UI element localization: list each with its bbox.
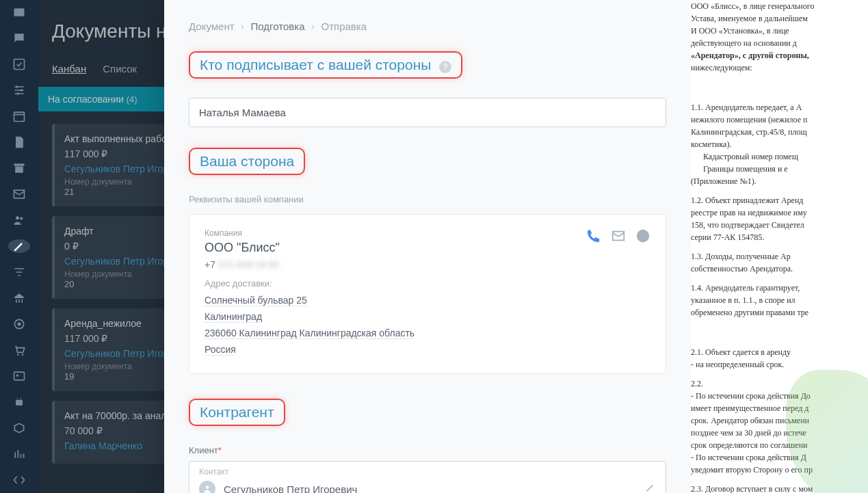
svg-rect-0: [14, 8, 25, 16]
breadcrumb: Документ › Подготовка › Отправка: [189, 21, 666, 32]
building-icon[interactable]: [635, 228, 650, 243]
chevron-right-icon: ›: [312, 22, 315, 31]
contact-sublabel: Контакт: [192, 464, 663, 477]
svg-point-16: [16, 375, 18, 377]
nav-icon-chart[interactable]: [11, 447, 27, 461]
section-counterparty-heading: Контрагент: [189, 399, 285, 426]
svg-point-2: [16, 85, 18, 88]
svg-point-9: [16, 216, 19, 219]
address-line[interactable]: 236060 Калининград Калининградская облас…: [205, 328, 415, 339]
svg-point-10: [20, 217, 23, 219]
client-field-label: Клиент*: [189, 445, 666, 455]
phone-icon[interactable]: [586, 228, 601, 243]
your-company-sublabel: Реквизиты вашей компании: [189, 194, 666, 204]
nav-icon-android[interactable]: [11, 395, 27, 409]
nav-icon-check[interactable]: [11, 57, 27, 71]
nav-icon-users[interactable]: [11, 213, 27, 227]
svg-point-14: [22, 354, 24, 356]
chevron-right-icon: ›: [241, 22, 244, 31]
help-icon[interactable]: ?: [439, 61, 451, 73]
document-preview: ООО «Блисс», в лице генеральногоУстава, …: [691, 0, 868, 493]
tab-list[interactable]: Список: [103, 63, 137, 75]
breadcrumb-step-document[interactable]: Документ: [189, 21, 235, 32]
nav-icon-mail[interactable]: [11, 187, 27, 201]
avatar-icon: [199, 481, 215, 493]
nav-icon-chat[interactable]: [11, 31, 27, 45]
section-your-side-heading: Ваша сторона: [189, 148, 305, 175]
section-signer-heading: Кто подписывает с вашей стороны ?: [189, 51, 462, 79]
svg-rect-1: [14, 59, 25, 70]
nav-icon-calendar[interactable]: [11, 109, 27, 123]
svg-rect-5: [14, 112, 25, 121]
company-name: ООО "Блисс": [205, 241, 650, 255]
company-phone: +7 915 846 09 85: [205, 259, 650, 270]
signer-input[interactable]: [189, 98, 666, 127]
nav-icon-target[interactable]: [11, 317, 27, 331]
svg-point-3: [21, 89, 23, 91]
address-label: Адрес доставки:: [205, 278, 650, 289]
nav-sidebar: [0, 0, 38, 493]
svg-point-12: [18, 323, 21, 326]
nav-icon-id[interactable]: [11, 369, 27, 383]
nav-icon-box[interactable]: [11, 421, 27, 435]
nav-icon-cart[interactable]: [11, 343, 27, 357]
breadcrumb-step-prepare[interactable]: Подготовка: [251, 21, 305, 32]
nav-icon-file[interactable]: [11, 135, 27, 149]
svg-point-13: [17, 354, 18, 356]
document-prepare-modal: Документ › Подготовка › Отправка Кто под…: [164, 0, 691, 493]
svg-rect-7: [15, 167, 23, 173]
breadcrumb-step-send[interactable]: Отправка: [321, 21, 367, 32]
nav-icon-bank[interactable]: [11, 291, 27, 305]
edit-icon[interactable]: [645, 482, 656, 493]
address-line[interactable]: Солнечный бульвар 25: [205, 295, 307, 306]
contact-name: Сегульников Петр Игоревич: [224, 483, 645, 494]
company-label: Компания: [205, 228, 650, 238]
mail-icon[interactable]: [611, 228, 626, 243]
svg-point-22: [637, 230, 649, 242]
svg-rect-6: [14, 163, 25, 165]
nav-icon-code[interactable]: [11, 473, 27, 487]
svg-point-18: [17, 398, 18, 399]
address-line[interactable]: Калининград: [205, 311, 262, 323]
svg-point-19: [21, 398, 22, 399]
nav-icon-sliders[interactable]: [11, 83, 27, 97]
nav-icon-pen-active[interactable]: [8, 239, 30, 253]
address-line[interactable]: Россия: [205, 344, 236, 356]
nav-icon-card[interactable]: [11, 5, 27, 19]
nav-icon-archive[interactable]: [11, 161, 27, 175]
nav-icon-filter[interactable]: [11, 265, 27, 279]
svg-point-23: [206, 485, 209, 489]
svg-point-4: [17, 92, 19, 94]
company-card: Компания ООО "Блисс" +7 915 846 09 85 Ад…: [189, 214, 666, 374]
svg-rect-17: [16, 400, 23, 405]
svg-rect-15: [14, 372, 25, 380]
client-contact-field[interactable]: Контакт Сегульников Петр Игоревич: [189, 461, 666, 493]
tab-kanban[interactable]: Канбан: [52, 63, 86, 75]
